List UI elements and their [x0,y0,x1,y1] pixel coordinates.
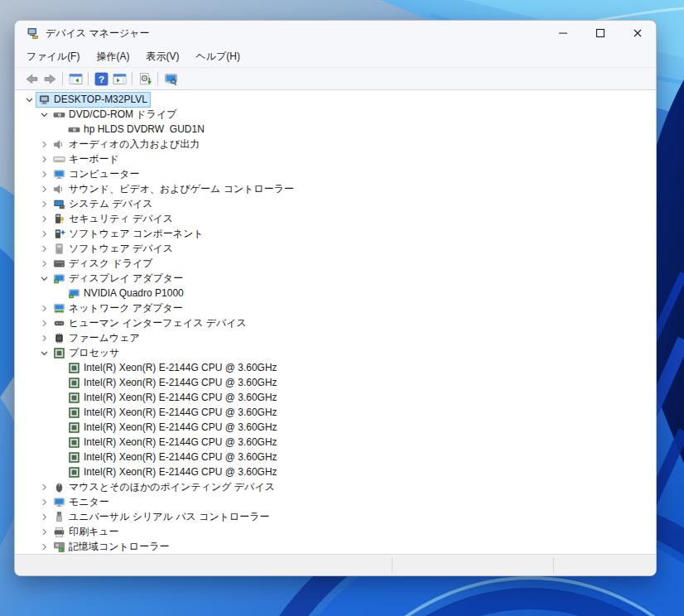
tree-node[interactable]: Intel(R) Xeon(R) E-2144G CPU @ 3.60GHz [65,390,281,406]
tree-row[interactable]: オーディオの入力および出力 [15,137,656,152]
tree-row[interactable]: hp HLDS DVDRW GUD1N [15,122,656,137]
chevron-right-icon[interactable] [38,332,51,344]
remote-computer-button[interactable] [161,70,180,88]
tree-row[interactable]: ヒューマン インターフェイス デバイス [15,315,656,330]
minimize-button[interactable] [544,21,581,46]
chevron-right-icon[interactable] [38,213,51,225]
tree-node[interactable]: オーディオの入力および出力 [51,137,203,152]
chevron-down-icon[interactable] [38,108,51,121]
chevron-right-icon[interactable] [38,168,51,180]
tree-row[interactable]: Intel(R) Xeon(R) E-2144G CPU @ 3.60GHz [15,375,656,390]
tree-node[interactable]: モニター [51,494,113,510]
show-action-pane-button[interactable] [110,70,128,88]
tree-row[interactable]: 印刷キュー [15,524,656,539]
close-button[interactable] [619,21,656,46]
chevron-down-icon[interactable] [38,272,51,285]
chevron-right-icon[interactable] [38,302,51,315]
menu-file[interactable]: ファイル(F) [18,46,88,67]
scan-hardware-changes-button[interactable] [136,70,154,88]
tree-node[interactable]: ディスプレイ アダプター [51,271,186,286]
tree-row[interactable]: ディスク ドライブ [15,256,656,271]
tree-item-label: ディスプレイ アダプター [69,272,183,285]
tree-row[interactable]: DESKTOP-M32PLVL [15,92,656,107]
tree-row[interactable]: ファームウェア [15,330,656,345]
tree-row[interactable]: 記憶域コントローラー [15,539,656,554]
tree-row[interactable]: ディスプレイ アダプター [15,271,656,286]
chevron-right-icon[interactable] [38,541,51,553]
tree-row[interactable]: モニター [15,494,656,509]
tree-row[interactable]: Intel(R) Xeon(R) E-2144G CPU @ 3.60GHz [15,420,656,435]
tree-row[interactable]: ソフトウェア デバイス [15,241,656,256]
tree-row[interactable]: セキュリティ デバイス [15,211,656,226]
chevron-right-icon[interactable] [38,228,51,240]
chevron-right-icon[interactable] [38,138,51,151]
tree-node[interactable]: ヒューマン インターフェイス デバイス [51,315,250,331]
chevron-right-icon[interactable] [38,526,51,538]
help-button[interactable]: ? [92,70,110,88]
tree-node[interactable]: コンピューター [51,166,142,182]
chevron-right-icon[interactable] [38,317,51,330]
tree-node[interactable]: Intel(R) Xeon(R) E-2144G CPU @ 3.60GHz [65,435,281,450]
tree-node[interactable]: 印刷キュー [51,524,123,540]
menu-view[interactable]: 表示(V) [137,46,187,67]
tree-row[interactable]: ユニバーサル シリアル バス コントローラー [15,509,656,524]
menu-help[interactable]: ヘルプ(H) [187,46,248,67]
chevron-right-icon[interactable] [38,183,51,195]
tree-row[interactable]: DVD/CD-ROM ドライブ [15,107,656,122]
tree-row[interactable]: キーボード [15,152,656,166]
tree-row[interactable]: Intel(R) Xeon(R) E-2144G CPU @ 3.60GHz [15,435,656,450]
menu-action[interactable]: 操作(A) [88,46,137,67]
tree-node[interactable]: Intel(R) Xeon(R) E-2144G CPU @ 3.60GHz [65,464,281,480]
tree-row[interactable]: Intel(R) Xeon(R) E-2144G CPU @ 3.60GHz [15,390,656,405]
tree-node[interactable]: キーボード [51,152,123,167]
tree-row[interactable]: システム デバイス [15,196,656,211]
tree-row[interactable]: Intel(R) Xeon(R) E-2144G CPU @ 3.60GHz [15,450,656,464]
tree-node[interactable]: Intel(R) Xeon(R) E-2144G CPU @ 3.60GHz [65,450,281,465]
tree-node[interactable]: NVIDIA Quadro P1000 [65,286,187,301]
forward-button[interactable] [41,70,59,88]
tree-row[interactable]: コンピューター [15,166,656,181]
tree-node[interactable]: サウンド、ビデオ、およびゲーム コントローラー [51,181,297,197]
chevron-right-icon[interactable] [38,198,51,210]
tree-node[interactable]: ディスク ドライブ [51,256,157,272]
back-button[interactable] [22,70,41,88]
chevron-right-icon[interactable] [38,511,51,523]
tree-row[interactable]: NVIDIA Quadro P1000 [15,286,656,301]
show-console-tree-button[interactable] [66,70,84,88]
tree-row[interactable]: サウンド、ビデオ、およびゲーム コントローラー [15,181,656,196]
tree-row[interactable]: マウスとそのほかのポインティング デバイス [15,479,656,494]
tree-node[interactable]: Intel(R) Xeon(R) E-2144G CPU @ 3.60GHz [65,420,281,436]
chevron-right-icon[interactable] [38,496,51,508]
tree-row[interactable]: Intel(R) Xeon(R) E-2144G CPU @ 3.60GHz [15,405,656,420]
tree-node[interactable]: ソフトウェア デバイス [51,241,176,257]
tree-row[interactable]: Intel(R) Xeon(R) E-2144G CPU @ 3.60GHz [15,464,656,479]
tree-node[interactable]: プロセッサ [51,345,123,361]
tree-node[interactable]: マウスとそのほかのポインティング デバイス [51,479,278,495]
titlebar[interactable]: デバイス マネージャー [15,21,656,46]
tree-node[interactable]: hp HLDS DVDRW GUD1N [65,122,208,137]
tree-node-selected[interactable]: DESKTOP-M32PLVL [36,92,151,108]
tree-node[interactable]: ユニバーサル シリアル バス コントローラー [51,509,273,525]
tree-row[interactable]: Intel(R) Xeon(R) E-2144G CPU @ 3.60GHz [15,360,656,375]
chevron-right-icon[interactable] [38,257,51,270]
tree-node[interactable]: 記憶域コントローラー [51,539,172,555]
chevron-down-icon[interactable] [38,347,51,359]
chevron-right-icon[interactable] [38,243,51,255]
tree-node[interactable]: ソフトウェア コンポーネント [51,226,207,242]
tree-row[interactable]: プロセッサ [15,345,656,360]
tree-node[interactable]: Intel(R) Xeon(R) E-2144G CPU @ 3.60GHz [65,375,281,391]
tree-node[interactable]: セキュリティ デバイス [51,211,176,227]
tree-node[interactable]: ネットワーク アダプター [51,301,186,316]
tree-row[interactable]: ソフトウェア コンポーネント [15,226,656,241]
tree-row[interactable]: ネットワーク アダプター [15,301,656,315]
tree-node[interactable]: ファームウェア [51,330,143,346]
tree-node[interactable]: システム デバイス [51,196,157,212]
chevron-right-icon[interactable] [38,481,51,493]
maximize-button[interactable] [581,21,619,46]
tree-node[interactable]: Intel(R) Xeon(R) E-2144G CPU @ 3.60GHz [65,360,281,376]
processor-icon [52,347,65,359]
tree-node[interactable]: Intel(R) Xeon(R) E-2144G CPU @ 3.60GHz [65,405,281,421]
chevron-right-icon[interactable] [38,153,51,166]
chevron-down-icon[interactable] [23,94,36,106]
tree-node[interactable]: DVD/CD-ROM ドライブ [51,107,180,123]
